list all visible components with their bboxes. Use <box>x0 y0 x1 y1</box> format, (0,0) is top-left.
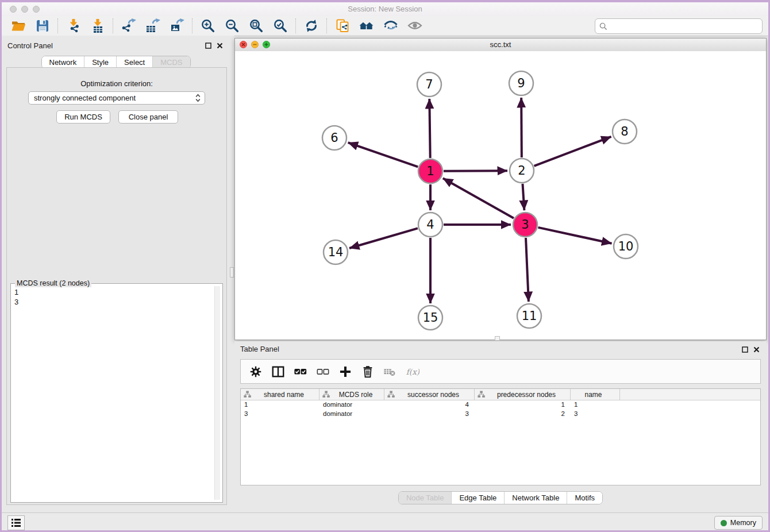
table-cell[interactable]: 3 <box>571 410 620 419</box>
node-6[interactable]: 6 <box>322 126 346 150</box>
column-header-name[interactable]: name <box>571 389 620 400</box>
close-panel-button[interactable]: Close panel <box>118 110 178 124</box>
tab-motifs[interactable]: Motifs <box>567 492 602 504</box>
import-table-icon[interactable] <box>86 17 110 34</box>
zoom-selected-icon[interactable] <box>268 17 292 34</box>
tab-network-table[interactable]: Network Table <box>504 492 567 504</box>
mcds-result-lines: 13 <box>14 287 212 307</box>
check-all-icon[interactable] <box>294 364 307 379</box>
tab-select[interactable]: Select <box>116 56 152 68</box>
table-body: 1dominator4113dominator323 <box>241 400 760 419</box>
export-image-icon[interactable] <box>165 17 189 34</box>
node-label: 15 <box>423 311 438 325</box>
column-header-successor-nodes[interactable]: successor nodes <box>384 389 475 400</box>
node-10[interactable]: 10 <box>614 234 638 259</box>
splitter-grip[interactable] <box>230 267 234 277</box>
edge-1-6[interactable] <box>348 142 418 167</box>
column-header-predecessor-nodes[interactable]: predecessor nodes <box>475 389 571 400</box>
edge-2-8[interactable] <box>534 137 611 166</box>
node-4[interactable]: 4 <box>418 213 442 237</box>
hide-eye-icon[interactable] <box>379 17 403 34</box>
horizontal-splitter-grip[interactable] <box>495 336 500 341</box>
edge-4-14[interactable] <box>349 228 418 248</box>
column-header-shared-name[interactable]: shared name <box>241 389 319 400</box>
tab-mcds[interactable]: MCDS <box>152 56 190 68</box>
node-2[interactable]: 2 <box>510 159 534 183</box>
table-cell[interactable]: 1 <box>571 400 620 410</box>
table-cell[interactable]: 1 <box>475 400 571 410</box>
node-15[interactable]: 15 <box>418 306 442 330</box>
table-cell[interactable]: dominator <box>319 400 384 410</box>
task-history-button[interactable] <box>7 515 25 530</box>
zoom-in-icon[interactable] <box>196 17 220 34</box>
column-tree-icon <box>387 391 395 398</box>
optimization-criterion-dropdown[interactable]: strongly connected component <box>28 91 205 105</box>
network-canvas[interactable]: 7968124314101511 <box>235 51 766 340</box>
table-cell[interactable]: dominator <box>319 410 384 419</box>
node-7[interactable]: 7 <box>417 72 441 97</box>
import-network-icon[interactable] <box>61 17 86 34</box>
table-cell[interactable]: 4 <box>384 400 475 410</box>
node-14[interactable]: 14 <box>324 240 348 264</box>
table-row[interactable]: 1dominator411 <box>241 400 760 410</box>
float-table-panel-icon[interactable] <box>742 345 748 355</box>
column-header-MCDS-role[interactable]: MCDS role <box>319 389 384 400</box>
uncheck-all-icon[interactable] <box>316 364 330 379</box>
table-row[interactable]: 3dominator323 <box>241 410 760 419</box>
title-bar: Session: New Session <box>2 2 768 17</box>
search-input[interactable] <box>610 20 762 33</box>
table-panel-title: Table Panel <box>240 345 279 353</box>
close-panel-icon[interactable] <box>217 41 223 51</box>
zoom-out-icon[interactable] <box>220 17 244 34</box>
open-folder-icon[interactable] <box>6 17 30 34</box>
tab-node-table[interactable]: Node Table <box>399 492 452 504</box>
result-scrollbar[interactable] <box>214 286 220 500</box>
export-network-icon[interactable] <box>117 17 141 34</box>
run-mcds-button[interactable]: Run MCDS <box>56 110 110 124</box>
panel-splitter[interactable] <box>230 36 234 512</box>
svg-text:f(x): f(x) <box>406 367 419 376</box>
node-table[interactable]: shared nameMCDS rolesuccessor nodesprede… <box>240 388 761 485</box>
network-window-titlebar[interactable]: scc.txt <box>235 38 766 52</box>
node-3[interactable]: 3 <box>513 213 537 237</box>
close-table-panel-icon[interactable] <box>753 345 760 355</box>
node-label: 11 <box>522 309 537 323</box>
mcds-result-title: MCDS result (2 nodes) <box>15 279 91 287</box>
save-icon[interactable] <box>30 17 55 34</box>
column-label: name <box>571 391 619 399</box>
edge-3-11[interactable] <box>526 238 529 302</box>
table-cell[interactable]: 2 <box>475 410 571 419</box>
trash-icon[interactable] <box>361 364 375 379</box>
zoom-fit-icon[interactable] <box>244 17 268 34</box>
edge-1-2[interactable] <box>444 171 507 171</box>
node-1[interactable]: 1 <box>418 159 442 183</box>
mcds-panel: Optimization criterion: strongly connect… <box>6 67 227 505</box>
edge-2-3[interactable] <box>522 184 524 210</box>
float-panel-icon[interactable] <box>205 41 211 51</box>
memory-button[interactable]: Memory <box>714 516 763 530</box>
table-cell[interactable]: 3 <box>384 410 475 419</box>
split-pane-icon[interactable] <box>271 364 285 379</box>
tab-network[interactable]: Network <box>41 56 84 68</box>
export-table-icon[interactable] <box>141 17 165 34</box>
edge-3-10[interactable] <box>538 228 611 244</box>
gear-icon[interactable] <box>249 364 263 379</box>
edge-3-1[interactable] <box>443 178 514 218</box>
edge-1-7[interactable] <box>429 99 430 158</box>
tab-edge-table[interactable]: Edge Table <box>451 492 504 504</box>
search-box[interactable] <box>595 18 763 34</box>
control-panel-title: Control Panel <box>7 41 53 50</box>
column-tree-icon <box>322 391 330 398</box>
node-9[interactable]: 9 <box>509 71 533 95</box>
show-eye-icon[interactable] <box>403 17 427 34</box>
tab-style[interactable]: Style <box>84 56 116 68</box>
edge-2-9[interactable] <box>521 98 522 157</box>
clone-network-icon[interactable] <box>330 17 355 34</box>
table-cell[interactable]: 1 <box>241 400 319 410</box>
node-11[interactable]: 11 <box>517 304 541 328</box>
node-8[interactable]: 8 <box>613 119 637 144</box>
plus-icon[interactable] <box>338 364 352 379</box>
home-icon[interactable] <box>355 17 379 34</box>
table-cell[interactable]: 3 <box>241 410 319 419</box>
refresh-icon[interactable] <box>299 17 324 34</box>
